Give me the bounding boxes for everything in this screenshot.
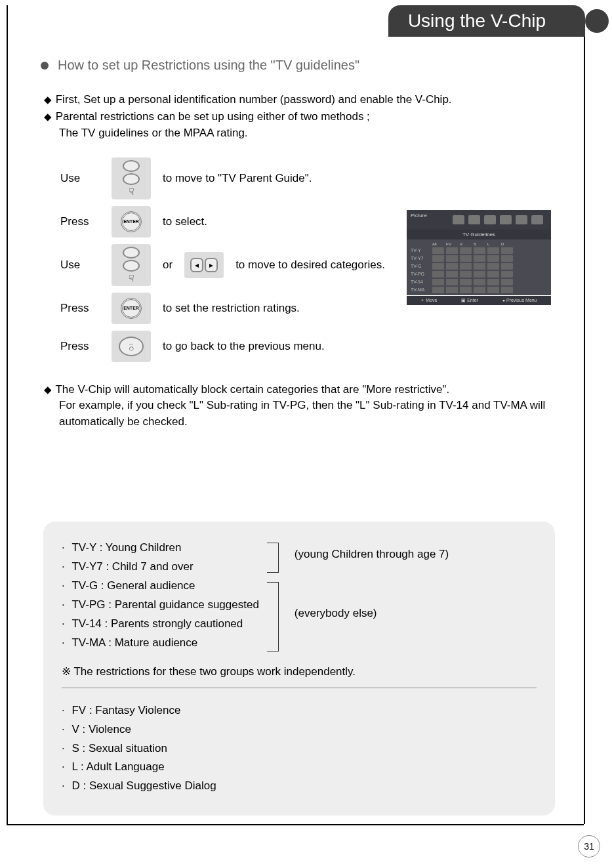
diamond-icon: ◆ [43,93,52,108]
legend-panel: TV-Y : Young Children TV-Y7 : Child 7 an… [43,522,555,816]
step-text: to go back to the previous menu. [163,340,325,353]
step-text: to set the restriction ratings. [163,302,300,315]
screenshot-sidebar-label: Picture [411,213,427,227]
legend-item: TV-PG : Parental guidance suggested [62,596,259,615]
legend-group-1: (young Children through age 7) [295,548,449,561]
bracket-icon [267,543,279,573]
legend-item: TV-Y : Young Children [62,539,259,558]
intro-block: ◆ First, Set up a personal identificatio… [41,91,558,142]
header-circle-icon [585,9,609,33]
step-verb: Press [60,215,100,228]
enter-button-icon: ENTER [112,293,151,324]
step-verb: Press [60,340,100,353]
divider [62,688,537,688]
legend-item: V : Violence [62,720,537,739]
step-text: to move to "TV Parent Guide". [163,172,312,185]
step-row: Use ☟ to move to "TV Parent Guide". [60,157,558,199]
intro-line-3: The TV guidelines or the MPAA rating. [59,127,248,139]
legend-item: TV-MA : Mature audience [62,634,259,653]
step-text: to move to desired categories. [235,258,385,272]
legend-note: ※ The restrictions for these two groups … [62,665,537,678]
step-verb: Use [60,258,100,272]
diamond-icon: ◆ [43,382,52,397]
intro-line-1: First, Set up a personal identification … [56,93,452,106]
tv-screenshot: Picture TV Guidelines All FV V S L D [407,210,551,295]
page-frame: Using the V-Chip How to set up Restricti… [7,5,584,825]
page-title: Using the V-Chip [408,10,546,31]
rating-legend-list: TV-Y : Young Children TV-Y7 : Child 7 an… [62,539,259,652]
header-tab: Using the V-Chip [388,5,585,37]
legend-item: TV-G : General audience [62,577,259,596]
step-text: to select. [163,215,207,228]
screenshot-grid: All FV V S L D TV-Y TV-Y7 TV-G TV-PG TV-… [407,239,551,296]
bracket-icon [267,582,279,651]
legend-group-2: (everybody else) [295,607,449,620]
step-or: or [163,258,173,272]
step-verb: Press [60,302,100,315]
note-block: ◆ The V-Chip will automatically block ce… [41,382,558,430]
subrating-legend-list: FV : Fantasy Violence V : Violence S : S… [62,701,537,796]
legend-item: D : Sexual Suggestive Dialog [62,777,537,796]
section-heading-row: How to set up Restrictions using the "TV… [41,58,558,73]
bullet-icon [41,62,49,70]
note-line-2: For example, if you check "L" Sub-rating… [59,399,545,411]
page-number: 31 [578,835,600,858]
legend-item: S : Sexual situation [62,739,537,758]
legend-item: L : Adult Language [62,758,537,777]
note-line-3: automatically be checked. [59,415,188,428]
step-verb: Use [60,172,100,185]
diamond-icon: ◆ [43,110,52,125]
legend-item: TV-14 : Parents strongly cautioned [62,615,259,634]
enter-button-icon: ENTER [112,206,151,238]
note-line-1: The V-Chip will automatically block cert… [55,383,449,396]
menu-button-icon: —◯ [112,331,151,362]
screenshot-icon-row [449,213,547,227]
legend-item: TV-Y7 : Child 7 and over [62,558,259,577]
legend-item: FV : Fantasy Violence [62,701,537,720]
updown-button-icon: ☟ [112,157,151,199]
step-row: Press —◯ to go back to the previous menu… [60,331,558,362]
updown-button-icon: ☟ [112,244,151,286]
leftright-button-icon: ◂▸ [184,252,224,278]
screenshot-heading: TV Guidelines [407,230,551,239]
steps-block: Use ☟ to move to "TV Parent Guide". Pres… [60,157,558,362]
section-heading: How to set up Restrictions using the "TV… [58,58,359,73]
intro-line-2: Parental restrictions can be set up usin… [56,110,370,123]
